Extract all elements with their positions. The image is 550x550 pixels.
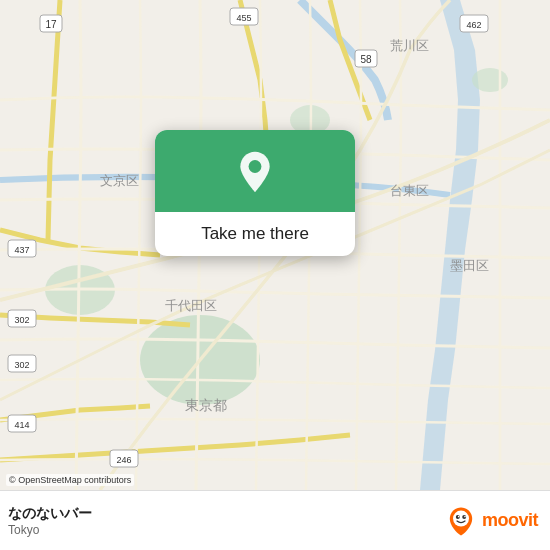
svg-text:千代田区: 千代田区 <box>165 298 217 313</box>
svg-text:246: 246 <box>116 455 131 465</box>
place-city: Tokyo <box>8 523 92 537</box>
svg-text:455: 455 <box>236 13 251 23</box>
take-me-there-button[interactable]: Take me there <box>201 224 309 244</box>
place-name: なのないバー <box>8 505 92 523</box>
bottom-bar: なのないバー Tokyo moovit <box>0 490 550 550</box>
svg-text:302: 302 <box>14 360 29 370</box>
moovit-logo: moovit <box>445 505 538 537</box>
svg-text:台東区: 台東区 <box>390 183 429 198</box>
svg-point-34 <box>464 515 466 517</box>
svg-point-4 <box>472 68 508 92</box>
bottom-left-info: なのないバー Tokyo <box>8 505 92 537</box>
svg-text:437: 437 <box>14 245 29 255</box>
svg-point-29 <box>249 160 262 173</box>
svg-text:荒川区: 荒川区 <box>390 38 429 53</box>
moovit-logo-text: moovit <box>482 510 538 531</box>
svg-text:墨田区: 墨田区 <box>450 258 489 273</box>
svg-point-30 <box>453 510 469 526</box>
svg-point-33 <box>458 515 460 517</box>
svg-text:58: 58 <box>360 54 372 65</box>
svg-text:462: 462 <box>466 20 481 30</box>
popup-green-header <box>155 130 355 212</box>
moovit-mascot-icon <box>445 505 477 537</box>
osm-attribution: © OpenStreetMap contributors <box>6 474 134 486</box>
svg-text:文京区: 文京区 <box>100 173 139 188</box>
svg-text:302: 302 <box>14 315 29 325</box>
svg-text:414: 414 <box>14 420 29 430</box>
popup-card: Take me there <box>155 130 355 256</box>
popup-button-area: Take me there <box>155 212 355 256</box>
svg-text:17: 17 <box>45 19 57 30</box>
location-pin-icon <box>233 150 277 194</box>
svg-text:東京都: 東京都 <box>185 398 227 413</box>
map-container: 文京区 台東区 荒川区 千代田区 東京都 墨田区 17 455 58 462 4… <box>0 0 550 490</box>
